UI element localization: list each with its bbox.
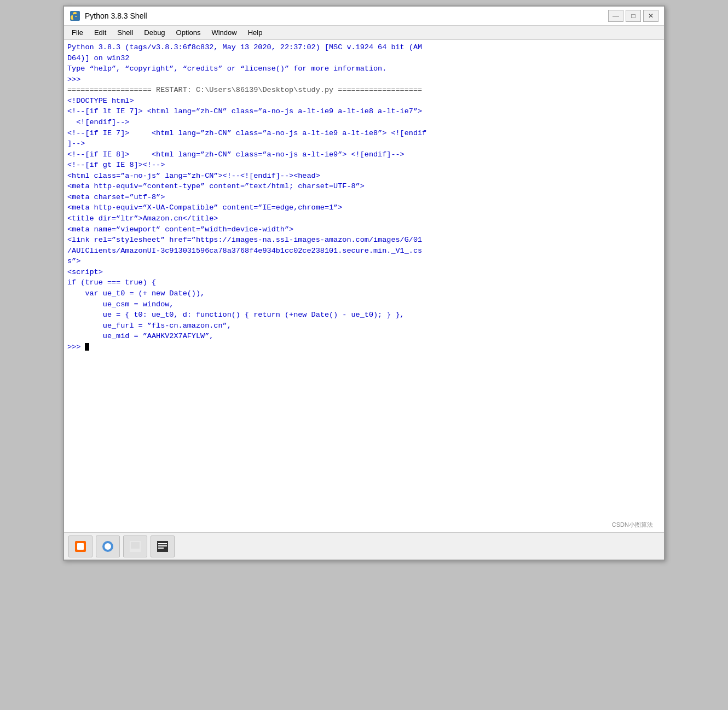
menu-options[interactable]: Options: [171, 27, 206, 38]
line-version2: D64)] on win32: [67, 53, 661, 64]
svg-rect-9: [158, 545, 167, 546]
taskbar-button-1[interactable]: [68, 536, 93, 557]
close-button[interactable]: ✕: [643, 10, 658, 22]
line-if: if (true === true) {: [67, 277, 661, 288]
line-cond3: <!--[if IE 8]> <html lang=”zh-CN” class=…: [67, 149, 661, 160]
line-title: <title dir=”ltr”>Amazon.cn</title>: [67, 213, 661, 224]
svg-rect-10: [158, 548, 164, 549]
minimize-button[interactable]: —: [608, 10, 623, 22]
python-icon: [70, 10, 80, 21]
svg-rect-2: [77, 543, 84, 550]
line-var2: ue_csm = window,: [67, 299, 661, 310]
line-type: Type “help”, “copyright”, “credits” or “…: [67, 63, 661, 74]
line-link: <link rel=”stylesheet” href=”https://ima…: [67, 235, 661, 246]
taskbar-button-3[interactable]: [123, 536, 147, 557]
line-var5: ue_mid = ”AAHKV2X7AFYLW”,: [67, 331, 661, 342]
title-bar: Python 3.8.3 Shell — □ ✕: [64, 7, 664, 26]
menu-shell[interactable]: Shell: [112, 27, 138, 38]
line-cond1: <!--[if lt IE 7]> <html lang=”zh-CN” cla…: [67, 106, 661, 117]
cursor: [85, 343, 89, 351]
window-title: Python 3.8.3 Shell: [85, 11, 608, 20]
maximize-button[interactable]: □: [626, 10, 641, 22]
line-restart: =================== RESTART: C:\Users\86…: [67, 85, 661, 96]
line-var3: ue = { t0: ue_t0, d: function() { return…: [67, 310, 661, 321]
line-meta4: <meta name=”viewport” content=”width=dev…: [67, 224, 661, 235]
line-link2: /AUIClients/AmazonUI-3c913031596ca78a376…: [67, 246, 661, 257]
watermark: CSDN小图算法: [612, 521, 653, 529]
shell-content[interactable]: Python 3.8.3 (tags/v3.8.3:6f8c832, May 1…: [64, 40, 664, 532]
line-prompt2: >>>: [67, 342, 661, 353]
line-meta1: <meta http-equiv=”content-type” content=…: [67, 181, 661, 192]
menu-file[interactable]: File: [66, 27, 89, 38]
window-controls: — □ ✕: [608, 10, 658, 22]
line-cond2: <!--[if IE 7]> <html lang=”zh-CN” class=…: [67, 128, 661, 139]
menu-debug[interactable]: Debug: [138, 27, 170, 38]
line-meta2: <meta charset=”utf-8”>: [67, 192, 661, 203]
line-endif1: <![endif]-->: [67, 117, 661, 128]
svg-rect-8: [158, 543, 167, 544]
line-version: Python 3.8.3 (tags/v3.8.3:6f8c832, May 1…: [67, 42, 661, 53]
line-meta3: <meta http-equiv=”X-UA-Compatible” conte…: [67, 202, 661, 213]
line-cond4: <!--[if gt IE 8]><!-->: [67, 160, 661, 171]
line-doctype: <!DOCTYPE html>: [67, 96, 661, 107]
shell-wrapper: Python 3.8.3 (tags/v3.8.3:6f8c832, May 1…: [64, 40, 664, 532]
python-shell-window: Python 3.8.3 Shell — □ ✕ File Edit Shell…: [63, 5, 665, 561]
line-script: <script>: [67, 267, 661, 278]
taskbar-button-4[interactable]: [151, 536, 175, 557]
line-link3: s”>: [67, 256, 661, 267]
taskbar-button-2[interactable]: [96, 536, 120, 557]
menu-help[interactable]: Help: [242, 27, 268, 38]
line-prompt1: >>>: [67, 74, 661, 85]
line-endif2: ]-->: [67, 138, 661, 149]
svg-rect-6: [131, 542, 140, 549]
taskbar: [64, 532, 664, 560]
line-html: <html class=”a-no-js” lang=”zh-CN”><!--<…: [67, 171, 661, 182]
line-var1: var ue_t0 = (+ new Date()),: [67, 288, 661, 299]
line-var4: ue_furl = ”fls-cn.amazon.cn”,: [67, 321, 661, 331]
svg-point-4: [105, 543, 111, 550]
menu-window[interactable]: Window: [206, 27, 242, 38]
menu-bar: File Edit Shell Debug Options Window Hel…: [64, 26, 664, 40]
menu-edit[interactable]: Edit: [89, 27, 112, 38]
